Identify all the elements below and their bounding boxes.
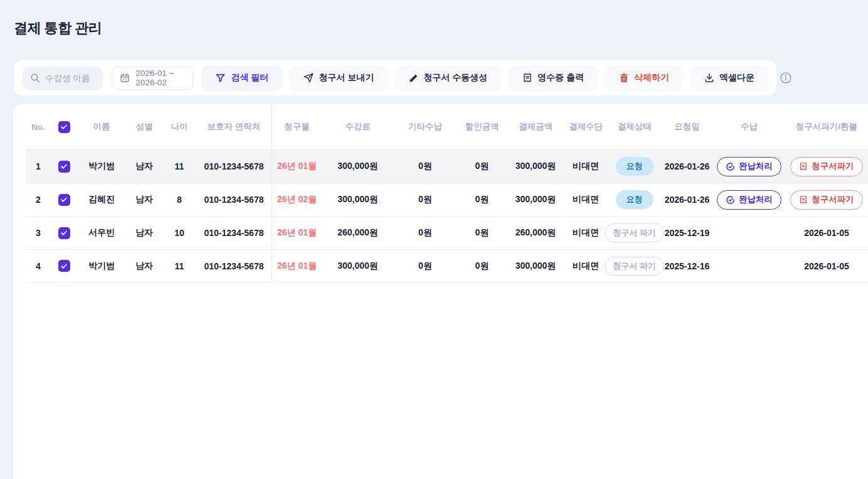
search-icon: [30, 73, 40, 83]
calendar-icon: [120, 73, 130, 83]
table-row[interactable]: 4 박기범 남자 11 010-1234-5678 26년 01월 300,00…: [26, 249, 868, 283]
payment-method: 비대면: [564, 183, 608, 216]
manual-invoice-button[interactable]: 청구서 수동생성: [396, 66, 500, 90]
header-guardian: 보호자 연락처: [196, 104, 272, 149]
check-circle-icon: [726, 162, 735, 171]
row-checkbox[interactable]: [58, 260, 70, 272]
payment-amount: 260,000원: [507, 217, 564, 249]
request-date: 2025-12-19: [661, 217, 713, 249]
request-date: 2026-01-26: [661, 150, 713, 183]
send-invoice-label: 청구서 보내기: [319, 72, 374, 83]
receipt-cell-empty: [713, 217, 785, 249]
table-row[interactable]: 1 박기범 남자 11 010-1234-5678 26년 01월 300,00…: [26, 149, 868, 183]
payment-amount: 300,000원: [507, 250, 564, 282]
header-bill-month: 청구월: [272, 104, 322, 149]
student-name: 박기범: [77, 250, 126, 282]
row-number: 2: [26, 183, 51, 216]
age: 11: [162, 250, 196, 282]
receipt-x-icon: [799, 195, 808, 204]
header-destroy-refund: 청구서파기/환불: [785, 104, 868, 149]
funnel-icon: [215, 73, 226, 83]
discount: 0원: [457, 183, 507, 216]
guardian-phone: 010-1234-5678: [196, 183, 272, 216]
mark-paid-button[interactable]: 완납처리: [717, 157, 781, 176]
print-receipt-button[interactable]: 영수증 출력: [509, 66, 597, 90]
tuition: 300,000원: [322, 250, 394, 282]
payment-method: 비대면: [564, 217, 608, 249]
destroy-invoice-button[interactable]: 청구서파기: [790, 190, 863, 210]
select-all-checkbox[interactable]: [58, 121, 70, 133]
discount: 0원: [457, 217, 507, 249]
row-checkbox[interactable]: [58, 161, 70, 173]
row-checkbox[interactable]: [58, 194, 70, 206]
gender: 남자: [126, 150, 162, 183]
bill-month: 26년 01월: [272, 150, 322, 183]
student-name: 서우빈: [77, 217, 126, 249]
status-badge: 청구서 파기: [605, 223, 664, 242]
download-icon: [704, 73, 714, 83]
discount: 0원: [457, 250, 507, 282]
header-method: 결제수단: [564, 104, 608, 149]
age: 10: [162, 217, 196, 249]
bill-month: 26년 01월: [272, 217, 322, 249]
header-other: 기타수납: [394, 104, 457, 149]
student-name: 박기범: [77, 150, 126, 183]
other-payment: 0원: [394, 250, 457, 282]
delete-label: 삭제하기: [634, 72, 669, 83]
tuition: 260,000원: [322, 217, 394, 249]
row-number: 1: [26, 150, 51, 183]
discount: 0원: [457, 150, 507, 183]
trash-icon: [619, 73, 629, 83]
destroy-invoice-label: 청구서파기: [812, 161, 854, 172]
payment-amount: 300,000원: [507, 150, 564, 183]
check-circle-icon: [726, 195, 735, 205]
search-input[interactable]: [45, 73, 95, 83]
excel-download-button[interactable]: 엑셀다운: [691, 66, 768, 90]
excel-download-label: 엑셀다운: [719, 72, 754, 83]
receipt-x-icon: [799, 162, 808, 171]
receipt-icon: [522, 73, 532, 83]
other-payment: 0원: [394, 183, 457, 216]
header-receipt: 수납: [713, 104, 785, 149]
header-amount: 결제금액: [507, 104, 564, 149]
header-age: 나이: [162, 104, 196, 149]
guardian-phone: 010-1234-5678: [196, 150, 272, 183]
status-badge: 요청: [616, 190, 654, 209]
destroy-refund-date: 2026-01-05: [785, 250, 868, 282]
tuition: 300,000원: [322, 150, 394, 183]
search-box[interactable]: [23, 67, 103, 90]
send-invoice-button[interactable]: 청구서 보내기: [290, 66, 387, 90]
search-filter-label: 검색 필터: [231, 72, 268, 83]
status-badge: 청구서 파기: [605, 257, 664, 276]
row-checkbox[interactable]: [58, 227, 70, 239]
table-row[interactable]: 3 서우빈 남자 10 010-1234-5678 26년 01월 260,00…: [26, 216, 868, 249]
toolbar: 2026-01 ~ 2026-02 검색 필터 청구서 보내기 청구서 수동생성…: [14, 60, 776, 95]
date-range-picker[interactable]: 2026-01 ~ 2026-02: [112, 67, 193, 90]
destroy-invoice-button[interactable]: 청구서파기: [790, 157, 863, 176]
payment-method: 비대면: [564, 250, 608, 282]
mark-paid-button[interactable]: 완납처리: [717, 190, 781, 210]
guardian-phone: 010-1234-5678: [196, 217, 272, 249]
header-gender: 성별: [126, 104, 162, 149]
info-icon[interactable]: [780, 72, 792, 84]
mark-paid-label: 완납처리: [739, 194, 773, 205]
destroy-refund-date: 2026-01-05: [785, 217, 868, 249]
manual-invoice-label: 청구서 수동생성: [423, 72, 487, 83]
table-header-row: No. 이름 성별 나이 보호자 연락처 청구월 수강료 기타수납 할인금액 결…: [26, 104, 868, 149]
receipt-cell-empty: [713, 250, 785, 282]
date-range-value: 2026-01 ~ 2026-02: [135, 68, 185, 87]
row-number: 4: [26, 250, 51, 282]
status-badge: 요청: [616, 157, 654, 176]
pencil-icon: [409, 73, 418, 83]
header-no: No.: [26, 104, 51, 149]
payments-table: No. 이름 성별 나이 보호자 연락처 청구월 수강료 기타수납 할인금액 결…: [13, 104, 868, 479]
table-row[interactable]: 2 김혜진 남자 8 010-1234-5678 26년 02월 300,000…: [26, 183, 868, 216]
search-filter-button[interactable]: 검색 필터: [202, 66, 282, 90]
other-payment: 0원: [394, 217, 457, 249]
delete-button[interactable]: 삭제하기: [606, 66, 682, 90]
request-date: 2025-12-16: [661, 250, 713, 282]
bill-month: 26년 01월: [272, 250, 322, 282]
gender: 남자: [126, 183, 162, 216]
paper-plane-icon: [304, 73, 314, 83]
other-payment: 0원: [394, 150, 457, 183]
